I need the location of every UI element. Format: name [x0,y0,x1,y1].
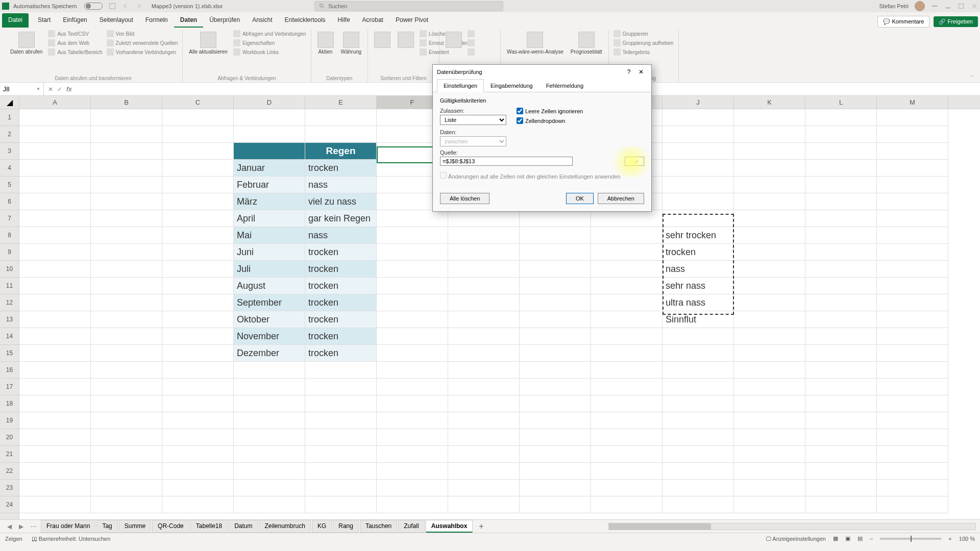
cell-F7[interactable] [377,210,448,227]
filter-button[interactable] [396,30,416,50]
cell-A12[interactable] [19,294,91,311]
cell-A23[interactable] [19,480,91,496]
cell-K15[interactable] [734,345,805,362]
view-pagebreak-icon[interactable]: ▤ [857,535,863,542]
row-header-7[interactable]: 7 [0,210,19,227]
cell-F18[interactable] [377,395,448,412]
cell-J17[interactable] [663,379,734,395]
cell-L2[interactable] [805,126,877,143]
cell-E19[interactable] [305,412,377,429]
row-header-12[interactable]: 12 [0,294,19,311]
cell-G7[interactable] [448,210,520,227]
cell-D19[interactable] [234,412,305,429]
cell-M10[interactable] [877,261,948,278]
row-header-15[interactable]: 15 [0,345,19,362]
cell-D9[interactable]: Juni [234,244,305,261]
source-input[interactable] [440,157,573,166]
row-header-3[interactable]: 3 [0,143,19,160]
cell-M8[interactable] [877,227,948,244]
cell-B23[interactable] [91,480,162,496]
cell-M11[interactable] [877,278,948,294]
cell-L1[interactable] [805,109,877,126]
cell-C3[interactable] [162,143,234,160]
cell-G8[interactable] [448,227,520,244]
cell-I24[interactable] [591,496,663,513]
ok-button[interactable]: OK [566,193,594,204]
row-header-10[interactable]: 10 [0,261,19,278]
dialog-close-button[interactable]: ✕ [635,68,647,76]
row-header-14[interactable]: 14 [0,328,19,345]
cell-H13[interactable] [520,311,591,328]
cell-A2[interactable] [19,126,91,143]
ribbon-tab-ansicht[interactable]: Ansicht [246,13,278,28]
sheet-tab[interactable]: Auswahlbox [426,520,473,533]
cell-H15[interactable] [520,345,591,362]
sheet-nav-next[interactable]: ▶ [16,523,27,530]
cell-K24[interactable] [734,496,805,513]
cell-B7[interactable] [91,210,162,227]
ribbon-tab-seitenlayout[interactable]: Seitenlayout [93,13,139,28]
cancel-button[interactable]: Abbrechen [598,193,644,204]
cell-J5[interactable] [663,177,734,193]
row-header-18[interactable]: 18 [0,395,19,412]
ignore-blank-checkbox[interactable] [517,108,523,114]
cell-K5[interactable] [734,177,805,193]
cell-I13[interactable] [591,311,663,328]
cell-J21[interactable] [663,446,734,463]
cell-K4[interactable] [734,160,805,177]
cell-C12[interactable] [162,294,234,311]
cell-L22[interactable] [805,463,877,480]
cell-G16[interactable] [448,362,520,379]
ribbon-tab-datei[interactable]: Datei [2,13,29,28]
comments-button[interactable]: 💬 Kommentare [877,16,929,28]
cell-M16[interactable] [877,362,948,379]
cell-M24[interactable] [877,496,948,513]
cell-H23[interactable] [520,480,591,496]
zoom-in-button[interactable]: + [948,536,951,542]
cell-K22[interactable] [734,463,805,480]
ribbon-cmd[interactable]: Workbook Links [233,48,307,56]
cell-E9[interactable]: trocken [305,244,377,261]
save-icon[interactable] [109,3,116,10]
cell-G18[interactable] [448,395,520,412]
cell-C6[interactable] [162,193,234,210]
ribbon-tab-acrobat[interactable]: Acrobat [356,13,389,28]
sheet-nav-menu[interactable]: ⋯ [28,523,40,530]
cell-D6[interactable]: März [234,193,305,210]
sheet-nav-prev[interactable]: ◀ [4,523,15,530]
cell-E23[interactable] [305,480,377,496]
cell-E18[interactable] [305,395,377,412]
cell-F11[interactable] [377,278,448,294]
cell-L3[interactable] [805,143,877,160]
cell-A11[interactable] [19,278,91,294]
cell-F9[interactable] [377,244,448,261]
cell-K7[interactable] [734,210,805,227]
cell-H8[interactable] [520,227,591,244]
cell-E4[interactable]: trocken [305,160,377,177]
cell-I15[interactable] [591,345,663,362]
cell-A21[interactable] [19,446,91,463]
cell-J11[interactable]: sehr nass [663,278,734,294]
cell-L4[interactable] [805,160,877,177]
cell-G14[interactable] [448,328,520,345]
cell-A7[interactable] [19,210,91,227]
cell-B14[interactable] [91,328,162,345]
cell-D22[interactable] [234,463,305,480]
col-header-B[interactable]: B [91,96,162,109]
cell-L7[interactable] [805,210,877,227]
cell-L16[interactable] [805,362,877,379]
row-header-4[interactable]: 4 [0,160,19,177]
ribbon-cmd[interactable]: Teilergebnis [613,48,674,56]
cell-L11[interactable] [805,278,877,294]
cell-H24[interactable] [520,496,591,513]
cell-F23[interactable] [377,480,448,496]
cell-M17[interactable] [877,379,948,395]
ribbon-tab-daten[interactable]: Daten [174,13,203,28]
user-avatar[interactable] [915,1,925,11]
cell-E15[interactable]: trocken [305,345,377,362]
cell-L17[interactable] [805,379,877,395]
row-header-9[interactable]: 9 [0,244,19,261]
fx-icon[interactable]: fx [66,86,72,93]
cell-M4[interactable] [877,160,948,177]
cell-C8[interactable] [162,227,234,244]
